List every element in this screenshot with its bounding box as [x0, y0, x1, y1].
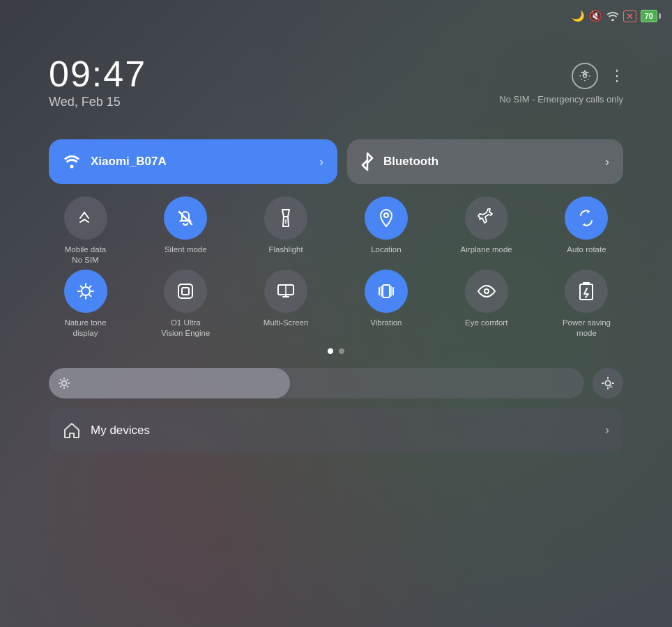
- tiles-area: Xiaomi_B07A › Bluetooth ›: [49, 139, 623, 453]
- clock-time: 09:47: [49, 56, 146, 92]
- battery: 70: [641, 10, 661, 22]
- my-devices-tile[interactable]: My devices ›: [49, 408, 623, 453]
- svg-line-35: [67, 386, 68, 387]
- my-devices-label: My devices: [91, 424, 150, 438]
- multiscreen-icon-circle: [264, 270, 307, 313]
- vibration-toggle[interactable]: Vibration: [349, 270, 422, 339]
- status-bar: 🌙 🔇 ✕ 70: [572, 10, 661, 22]
- quick-toggle-grid: Mobile dataNo SIM Silent mode: [49, 196, 623, 339]
- my-devices-left: My devices: [63, 421, 150, 440]
- svg-point-0: [611, 19, 614, 21]
- brightness-low-icon: [57, 376, 71, 390]
- bluetooth-icon: [361, 153, 374, 171]
- svg-line-11: [80, 286, 82, 287]
- nature-tone-toggle[interactable]: Nature tonedisplay: [49, 270, 122, 339]
- icon-row-2: Nature tonedisplay O1 UltraVision Engine: [49, 270, 623, 339]
- svg-point-2: [70, 165, 74, 169]
- svg-rect-15: [178, 284, 192, 298]
- bt-tile-left: Bluetooth: [361, 153, 438, 171]
- airplane-mode-toggle[interactable]: Airplane mode: [450, 196, 523, 265]
- nature-tone-icon-circle: [64, 270, 107, 313]
- settings-button[interactable]: [572, 63, 598, 89]
- brightness-slider[interactable]: [49, 368, 584, 398]
- auto-rotate-label: Auto rotate: [567, 245, 606, 255]
- svg-text:A: A: [609, 383, 613, 389]
- vision-engine-toggle[interactable]: O1 UltraVision Engine: [149, 270, 222, 339]
- airplane-icon-circle: [465, 196, 508, 240]
- svg-point-1: [583, 75, 587, 78]
- vision-engine-label: O1 UltraVision Engine: [161, 318, 210, 339]
- top-right-actions: ⋮: [572, 63, 623, 89]
- svg-line-14: [80, 295, 82, 296]
- power-saving-label: Power savingmode: [563, 318, 611, 339]
- eye-comfort-label: Eye comfort: [465, 318, 507, 328]
- moon-icon: 🌙: [572, 10, 585, 22]
- location-toggle[interactable]: Location: [349, 196, 422, 265]
- wifi-tile[interactable]: Xiaomi_B07A ›: [49, 139, 337, 184]
- auto-rotate-icon-circle: [565, 196, 608, 240]
- clock-date: Wed, Feb 15: [49, 95, 146, 109]
- home-icon: [63, 421, 81, 440]
- mobile-data-icon-circle: [64, 196, 107, 240]
- brightness-control: A: [49, 368, 623, 398]
- clock-area: 09:47 Wed, Feb 15: [49, 56, 146, 109]
- power-saving-toggle[interactable]: Power savingmode: [550, 270, 623, 339]
- icon-row-1: Mobile dataNo SIM Silent mode: [49, 196, 623, 265]
- wifi-chevron-icon: ›: [319, 155, 323, 169]
- battery-level: 70: [641, 10, 657, 22]
- auto-brightness-button[interactable]: A: [593, 368, 623, 398]
- mobile-data-toggle[interactable]: Mobile dataNo SIM: [49, 196, 122, 265]
- top-tiles-row: Xiaomi_B07A › Bluetooth ›: [49, 139, 623, 184]
- airplane-mode-label: Airplane mode: [461, 245, 512, 255]
- bluetooth-tile[interactable]: Bluetooth ›: [347, 139, 623, 184]
- svg-line-13: [89, 286, 91, 287]
- silent-status-icon: 🔇: [589, 10, 602, 22]
- svg-line-37: [61, 386, 61, 387]
- location-icon-circle: [365, 196, 408, 240]
- flashlight-toggle[interactable]: Flashlight: [250, 196, 323, 265]
- svg-rect-21: [383, 285, 390, 297]
- eye-comfort-toggle[interactable]: Eye comfort: [450, 270, 523, 339]
- page-dot-1: [328, 348, 333, 354]
- power-saving-icon-circle: [565, 270, 608, 313]
- my-devices-chevron-icon: ›: [605, 423, 609, 438]
- wifi-ssid: Xiaomi_B07A: [91, 155, 167, 169]
- svg-line-36: [67, 379, 68, 380]
- wifi-tile-left: Xiaomi_B07A: [63, 155, 167, 169]
- flashlight-label: Flashlight: [268, 245, 303, 255]
- svg-point-5: [384, 213, 388, 217]
- svg-line-12: [89, 295, 91, 296]
- sim-status: No SIM - Emergency calls only: [499, 94, 623, 104]
- auto-rotate-toggle[interactable]: Auto rotate: [550, 196, 623, 265]
- vision-engine-icon-circle: [164, 270, 207, 313]
- flashlight-icon-circle: [264, 196, 307, 240]
- svg-point-6: [82, 287, 90, 295]
- x-icon: ✕: [623, 10, 636, 22]
- vibration-icon-circle: [365, 270, 408, 313]
- svg-point-26: [484, 289, 489, 293]
- wifi-icon: [63, 155, 81, 169]
- nature-tone-label: Nature tonedisplay: [64, 318, 106, 339]
- svg-point-29: [62, 380, 67, 385]
- location-label: Location: [371, 245, 401, 255]
- silent-mode-toggle[interactable]: Silent mode: [149, 196, 222, 265]
- vibration-label: Vibration: [370, 318, 402, 328]
- page-dots: [49, 348, 623, 354]
- mobile-data-label: Mobile dataNo SIM: [65, 245, 106, 265]
- overflow-menu-button[interactable]: ⋮: [609, 67, 623, 85]
- svg-line-3: [179, 212, 192, 224]
- page-dot-2: [339, 348, 344, 354]
- bt-chevron-icon: ›: [605, 155, 609, 169]
- multiscreen-toggle[interactable]: Multi-Screen: [250, 270, 323, 339]
- svg-line-34: [61, 379, 61, 380]
- eye-comfort-icon-circle: [465, 270, 508, 313]
- wifi-status-icon: [606, 11, 619, 21]
- brightness-fill: [49, 368, 290, 398]
- silent-mode-label: Silent mode: [165, 245, 207, 255]
- multiscreen-label: Multi-Screen: [264, 318, 309, 328]
- main-panel: 09:47 Wed, Feb 15 ⋮ No SIM - Emergency c…: [49, 42, 623, 585]
- svg-rect-16: [182, 288, 189, 295]
- bluetooth-label: Bluetooth: [383, 155, 438, 169]
- battery-tip: [659, 13, 661, 19]
- silent-mode-icon-circle: [164, 196, 207, 240]
